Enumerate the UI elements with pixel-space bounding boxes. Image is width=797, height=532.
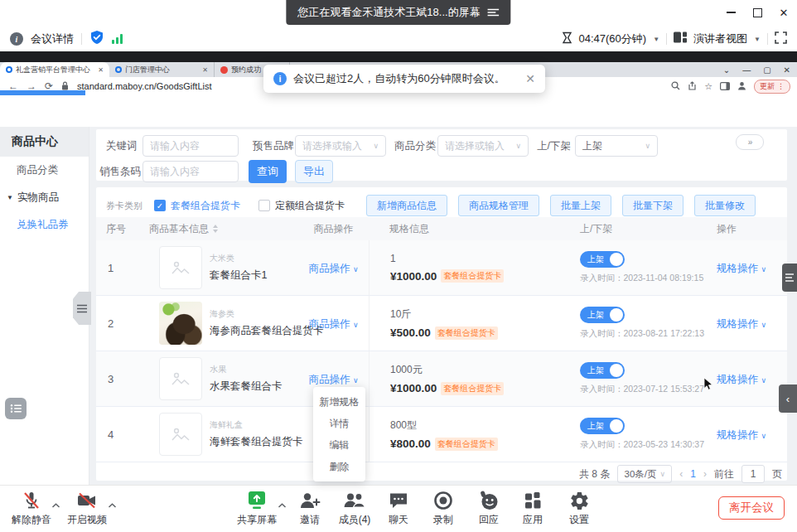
checkbox-fixed-card-unchecked[interactable] [258, 200, 270, 211]
goods-operation-link-open[interactable]: 商品操作 ∨ [308, 374, 358, 385]
meeting-details-link[interactable]: 会议详情 [31, 31, 74, 46]
brand-label: 预售品牌 [253, 135, 294, 157]
remote-window-controls: ⌄ — ▢ ✕ [723, 62, 790, 77]
on-shelf-toggle[interactable]: 上架 [580, 418, 625, 434]
shelf-status-select[interactable]: 上架∨ [575, 135, 658, 157]
chevron-down-icon: ▼ [7, 194, 13, 201]
browser-tab-store-admin[interactable]: 门店管理中心 ✕ [109, 62, 215, 77]
zoom-icon[interactable] [671, 79, 680, 94]
goto-label: 前往 [714, 467, 734, 481]
tab-favicon [6, 66, 12, 73]
menu-item-edit[interactable]: 编辑 [313, 434, 365, 456]
product-photo [159, 302, 202, 345]
batch-off-shelf-button[interactable]: 批量下架 [622, 195, 683, 216]
on-shelf-toggle[interactable]: 上架 [580, 362, 625, 379]
remote-dropdown-icon[interactable]: ⌄ [723, 65, 730, 75]
spec-operation-link[interactable]: 规格操作 ∨ [717, 318, 766, 330]
table-row: 1 大米类套餐组合卡1 商品操作 ∨ 1 ¥1000.00套餐组合提货卡 上架 … [96, 240, 787, 296]
barcode-input[interactable] [142, 161, 239, 182]
remote-minimize-icon[interactable]: — [742, 65, 751, 75]
chat-button[interactable]: 聊天 [374, 490, 423, 527]
browser-tab-gift-admin[interactable]: 礼盒营销平台管理中心 ✕ [0, 62, 109, 77]
invite-person-icon [298, 490, 321, 511]
start-video-button[interactable]: 开启视频 [62, 490, 112, 527]
mic-options-caret[interactable] [51, 497, 60, 512]
filter-collapse-button[interactable]: » [736, 134, 764, 150]
chevron-down-icon: ∨ [761, 265, 766, 273]
menu-item-add-spec[interactable]: 新增规格 [313, 391, 365, 413]
banner-menu-icon[interactable] [488, 7, 500, 19]
page-size-select[interactable]: 30条/页∨ [617, 465, 672, 483]
view-mode-selector[interactable]: 演讲者视图 [693, 31, 747, 46]
minimize-button[interactable] [717, 0, 744, 25]
card-type-label: 券卡类别 [106, 200, 142, 212]
menu-item-details[interactable]: 详情 [313, 413, 365, 434]
remote-maximize-icon[interactable]: ▢ [763, 65, 770, 75]
brand-select[interactable]: 请选择或输入∨ [295, 135, 386, 157]
network-signal-icon[interactable] [112, 34, 123, 44]
timer-caret-icon[interactable]: ▼ [653, 36, 659, 43]
spec-operation-link[interactable]: 规格操作 ∨ [717, 429, 766, 441]
toast-close-icon[interactable]: ✕ [525, 72, 535, 85]
spec-manage-button[interactable]: 商品规格管理 [458, 195, 539, 216]
menu-item-delete[interactable]: 删除 [313, 456, 365, 477]
export-button[interactable]: 导出 [295, 160, 333, 183]
record-button[interactable]: 录制 [418, 490, 468, 527]
reactions-button[interactable]: 回应 [464, 490, 514, 527]
sidebar-item-goods-category[interactable]: 商品分类 [0, 157, 89, 184]
tab-close-icon[interactable]: ✕ [202, 66, 208, 74]
video-options-caret[interactable] [108, 497, 117, 512]
unmute-button[interactable]: 解除静音 [7, 490, 56, 527]
settings-button[interactable]: 设置 [554, 490, 604, 527]
members-icon [342, 490, 367, 511]
goto-page-input[interactable] [741, 465, 765, 483]
chevron-down-icon: ∨ [761, 376, 766, 384]
sidebar-item-physical-goods[interactable]: ▼ 实物商品 [0, 184, 89, 211]
category-select[interactable]: 请选择或输入∨ [437, 135, 529, 157]
share-screen-button[interactable]: 共享屏幕 [232, 490, 282, 527]
view-caret-icon[interactable]: ▼ [754, 36, 761, 43]
fullscreen-icon[interactable] [775, 31, 787, 47]
side-flag-tab[interactable] [782, 264, 797, 292]
side-collapse-tab[interactable]: ‹ [779, 384, 797, 413]
bookmark-star-icon[interactable]: ☆ [704, 81, 712, 92]
fixed-card-label[interactable]: 定额组合提货卡 [275, 199, 345, 213]
watching-screen-banner: 您正在观看金禾通技术王斌18...的屏幕 [286, 0, 510, 25]
remote-close-icon[interactable]: ✕ [784, 65, 790, 75]
annotation-widget[interactable] [5, 398, 27, 419]
checkbox-combo-card-checked[interactable]: ✓ [154, 200, 166, 211]
spec-operation-link[interactable]: 规格操作 ∨ [717, 374, 766, 385]
meeting-info-icon[interactable]: i [10, 32, 23, 46]
sort-icon[interactable] [212, 224, 219, 234]
address-input[interactable]: standard.maboy.cn/GoodsGiftList [77, 81, 211, 91]
on-shelf-toggle[interactable]: 上架 [580, 251, 625, 268]
leave-meeting-button[interactable]: 离开会议 [718, 496, 785, 520]
close-button[interactable]: ✕ [770, 0, 797, 25]
keyword-input[interactable] [142, 135, 239, 157]
sidebar-item-gift-voucher[interactable]: 兑换礼品券 [0, 211, 89, 239]
add-goods-button[interactable]: 新增商品信息 [366, 195, 447, 216]
batch-edit-button[interactable]: 批量修改 [694, 195, 756, 216]
chevron-down-icon: ∨ [660, 470, 666, 478]
goods-operation-link[interactable]: 商品操作 ∨ [308, 263, 358, 274]
on-shelf-toggle[interactable]: 上架 [580, 307, 625, 323]
security-shield-icon[interactable] [89, 30, 104, 48]
side-panel-icon[interactable] [720, 79, 730, 94]
next-page-button[interactable]: › [703, 468, 707, 480]
search-button[interactable]: 查询 [249, 160, 287, 183]
browser-update-button[interactable]: 更新⋮ [754, 80, 790, 94]
profile-icon[interactable] [737, 79, 746, 94]
combo-card-label[interactable]: 套餐组合提货卡 [171, 199, 240, 213]
members-button[interactable]: 成员(4) [330, 490, 379, 527]
apps-button[interactable]: 应用 [508, 490, 558, 527]
share-icon[interactable] [688, 79, 697, 94]
goods-operation-link[interactable]: 商品操作 ∨ [308, 318, 358, 330]
spec-operation-link[interactable]: 规格操作 ∨ [717, 263, 766, 274]
batch-on-shelf-button[interactable]: 批量上架 [550, 195, 611, 216]
chevron-down-icon: ∨ [515, 142, 521, 150]
tab-close-icon[interactable]: ✕ [98, 66, 104, 74]
prev-page-button[interactable]: ‹ [679, 468, 683, 480]
invite-button[interactable]: 邀请 [285, 490, 335, 527]
maximize-button[interactable] [744, 0, 770, 25]
sidebar-collapse-handle[interactable] [73, 292, 91, 325]
